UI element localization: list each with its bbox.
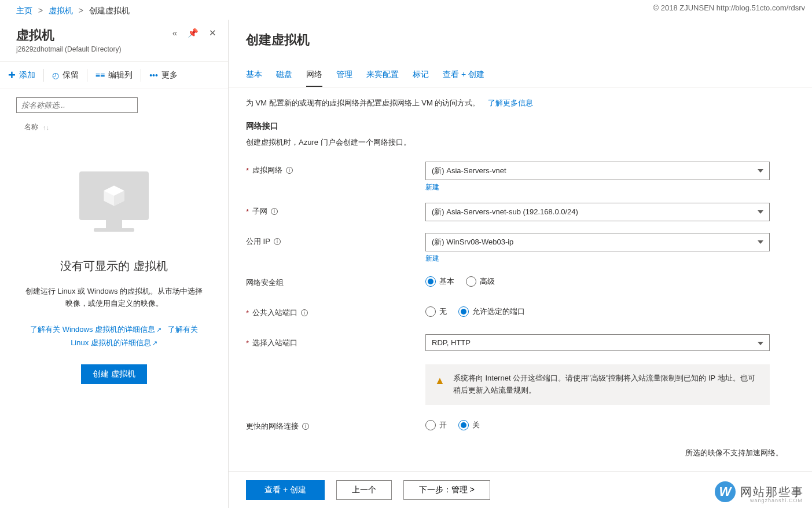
breadcrumb-home[interactable]: 主页 [16,6,32,15]
create-vm-blade: 创建虚拟机 基本 磁盘 网络 管理 来宾配置 标记 查看 + 创建 为 VM 配… [229,20,812,508]
tab-disk[interactable]: 磁盘 [276,70,292,87]
close-icon[interactable]: ✕ [209,28,216,38]
external-link-icon: ↗ [156,326,161,333]
add-label: 添加 [19,70,35,81]
copyright-watermark: © 2018 ZJUNSEN http://blog.51cto.com/rds… [653,3,805,12]
accel-on-radio[interactable]: 开 [425,420,447,430]
empty-title: 没有可显示的 虚拟机 [60,258,168,274]
sort-icon: ↑↓ [43,124,49,131]
subnet-dropdown[interactable]: (新) Asia-Servers-vnet-sub (192.168.0.0/2… [425,203,770,221]
brand-watermark: W 网站那些事 wangzhanshi.COM [715,481,804,502]
pin-icon[interactable]: 📌 [188,28,199,38]
info-icon[interactable]: i [271,208,278,215]
filter-input[interactable] [16,97,138,113]
plus-icon: + [8,68,16,83]
learn-windows-link[interactable]: 了解有关 Windows 虚拟机的详细信息↗ [30,325,161,334]
add-button[interactable]: + 添加 [0,62,43,89]
info-icon[interactable]: i [274,238,281,245]
review-create-button[interactable]: 查看 + 创建 [246,480,325,500]
label-selectports: *选择入站端口 [246,334,425,348]
label-subnet: *子网i [246,203,425,217]
breadcrumb-current: 创建虚拟机 [89,6,130,15]
empty-description: 创建运行 Linux 或 Windows 的虚拟机。从市场中选择映像，或使用自定… [17,286,211,310]
breadcrumb-vm[interactable]: 虚拟机 [49,6,73,15]
nsg-advanced-radio[interactable]: 高级 [466,276,495,287]
section-title: 网络接口 [246,121,795,131]
warning-icon: ▲ [435,372,445,397]
vm-list-blade: 虚拟机 j2629zdhotmail (Default Directory) «… [0,20,229,508]
cube-icon [101,183,127,209]
column-header-name[interactable]: 名称 ↑↓ [0,118,228,137]
chevron-right-icon: > [79,6,83,15]
columns-icon: ≡≡ [95,71,105,80]
more-button[interactable]: ••• 更多 [141,64,186,86]
external-link-icon: ↗ [152,339,157,346]
vnet-new-link[interactable]: 新建 [425,182,770,192]
section-desc: 创建虚拟机时，Azure 门户会创建一个网络接口。 [246,137,795,148]
warning-box: ▲ 系统将向 Internet 公开这些端口。请使用"高级"控制将入站流量限制到… [425,364,770,405]
accel-note: 所选的映像不支持加速网络。 [246,448,783,458]
accel-off-radio[interactable]: 关 [458,420,480,430]
tab-network[interactable]: 网络 [306,70,322,87]
keep-button[interactable]: ◴ 保留 [44,64,87,86]
tab-review[interactable]: 查看 + 创建 [443,70,484,87]
blade-subtitle: j2629zdhotmail (Default Directory) [16,45,212,53]
ports-dropdown[interactable]: RDP, HTTP [425,334,770,351]
publicip-dropdown[interactable]: (新) WinSrv08-Web03-ip [425,233,770,251]
previous-button[interactable]: 上一个 [336,480,392,500]
info-icon[interactable]: i [302,423,309,430]
tab-guest[interactable]: 来宾配置 [366,70,399,87]
vnet-dropdown[interactable]: (新) Asia-Servers-vnet [425,162,770,180]
info-icon[interactable]: i [301,309,308,316]
next-button[interactable]: 下一步：管理 > [403,480,490,500]
pip-new-link[interactable]: 新建 [425,254,770,264]
label-publicports: *公共入站端口i [246,304,425,318]
clock-icon: ◴ [52,71,59,80]
label-nsg: 网络安全组 [246,274,425,288]
ports-none-radio[interactable]: 无 [425,306,447,317]
ellipsis-icon: ••• [149,71,158,80]
info-icon[interactable]: i [286,167,293,174]
ports-allow-radio[interactable]: 允许选定的端口 [458,306,525,317]
intro-text: 为 VM 配置新的或现有的虚拟网络并配置虚拟网络上 VM 的访问方式。 了解更多… [246,98,795,108]
tab-tags[interactable]: 标记 [413,70,429,87]
brand-url: wangzhanshi.COM [750,498,803,503]
learn-more-link[interactable]: 了解更多信息 [488,98,533,107]
label-pip: 公用 IPi [246,233,425,247]
tab-manage[interactable]: 管理 [336,70,352,87]
tab-basic[interactable]: 基本 [246,70,262,87]
brand-logo-icon: W [715,481,736,502]
monitor-icon [79,171,149,235]
wizard-tabs: 基本 磁盘 网络 管理 来宾配置 标记 查看 + 创建 [229,53,812,87]
nsg-basic-radio[interactable]: 基本 [425,276,454,287]
edit-columns-button[interactable]: ≡≡ 编辑列 [87,64,141,86]
create-vm-button[interactable]: 创建 虚拟机 [81,364,147,384]
label-vnet: *虚拟网络i [246,162,425,176]
label-accel: 更快的网络连接i [246,418,425,432]
warning-text: 系统将向 Internet 公开这些端口。请使用"高级"控制将入站流量限制到已知… [453,372,760,397]
toolbar: + 添加 ◴ 保留 ≡≡ 编辑列 ••• 更多 [0,61,228,89]
collapse-icon[interactable]: « [172,28,177,38]
page-title: 创建虚拟机 [229,20,812,53]
empty-state: 没有可显示的 虚拟机 创建运行 Linux 或 Windows 的虚拟机。从市场… [0,137,228,508]
chevron-right-icon: > [38,6,43,15]
